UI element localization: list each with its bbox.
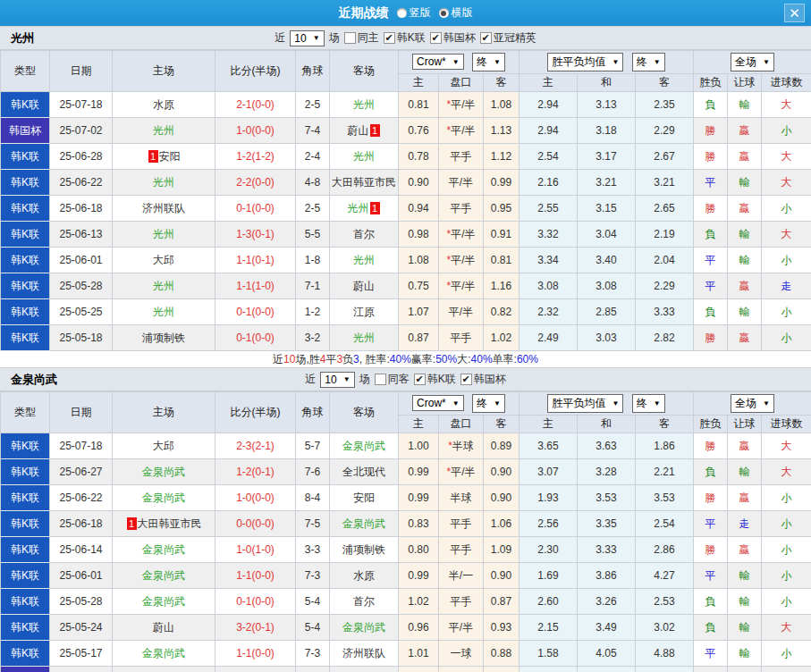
asian-away-odds: 0.95 (484, 196, 520, 222)
result: 負 (694, 222, 728, 248)
euro-draw-odds: 3.03 (578, 325, 636, 351)
handicap-result: 贏 (728, 537, 762, 563)
match-date: 25-06-18 (50, 511, 113, 537)
radio-vertical-label: 竖版 (410, 5, 431, 21)
matches-body: 韩K联25-07-18大邱2-3(2-1)5-7金泉尚武1.00*半球0.893… (1, 433, 811, 672)
star-icon: * (448, 440, 452, 452)
corners: 7-5 (296, 511, 330, 537)
euro-avg-select[interactable]: 胜平负均值▼ (547, 53, 623, 71)
summary-segment: 40% (471, 353, 493, 365)
league-filter[interactable]: ✔韩国杯 (460, 372, 506, 387)
scope-select[interactable]: 全场▼ (731, 394, 774, 413)
euro-home-odds: 2.16 (520, 170, 578, 196)
home-team: 光州 (113, 222, 215, 248)
result: 勝 (694, 537, 728, 563)
odds-source-select[interactable]: Crow*▼ (412, 54, 464, 70)
match-type: 韩K联 (1, 641, 50, 667)
result: 勝 (694, 196, 728, 222)
match-type: 韩K联 (1, 589, 50, 615)
asian-home-odds: 0.76 (399, 118, 439, 144)
euro-away-odds: 2.86 (636, 537, 694, 563)
away-team: 光州 (330, 325, 399, 351)
euro-avg-select[interactable]: 胜平负均值▼ (547, 394, 623, 413)
euro-home-odds: 1.58 (520, 641, 578, 667)
handicap-result: 輸 (728, 563, 762, 589)
asian-home-odds: 0.81 (399, 92, 439, 118)
odds-final-select[interactable]: 终▼ (472, 394, 505, 413)
euro-final-select[interactable]: 终▼ (632, 53, 665, 71)
checkbox-checked-icon[interactable]: ✔ (384, 32, 395, 44)
chevron-down-icon: ▼ (763, 399, 770, 407)
euro-home-odds: 1.93 (520, 485, 578, 511)
score: 0-1(0-0) (215, 196, 296, 222)
euro-odds-group: 胜平负均值▼ 终▼ (520, 51, 694, 74)
layout-horizontal-radio[interactable]: 横版 (439, 5, 473, 21)
checkbox-unchecked-icon[interactable] (344, 32, 356, 44)
goals-result: 大 (762, 170, 811, 196)
match-type: 韩K联 (1, 433, 50, 459)
corners: 7-3 (296, 641, 330, 667)
euro-final-select[interactable]: 终▼ (632, 394, 665, 413)
checkbox-checked-icon[interactable]: ✔ (480, 32, 492, 44)
league-filter[interactable]: ✔韩国杯 (430, 30, 476, 46)
league-filter[interactable]: ✔亚冠精英 (480, 30, 536, 46)
star-icon: * (446, 466, 451, 478)
match-row: 韩K联25-06-281安阳1-2(1-2)2-4光州0.78平手1.122.5… (1, 144, 811, 170)
league-filter[interactable]: ✔韩K联 (384, 30, 426, 46)
euro-home-odds: 2.32 (520, 299, 578, 325)
games-suffix-label: 场 (329, 30, 340, 46)
euro-draw-odds: 3.18 (578, 118, 636, 144)
asian-away-odds: 0.90 (484, 563, 520, 589)
close-button[interactable]: ✕ (784, 4, 805, 22)
match-type: 韩K联 (1, 196, 50, 222)
corners: 3-3 (296, 537, 330, 563)
col-asian-away: 客 (484, 416, 520, 433)
asian-away-odds: 1.09 (484, 537, 520, 563)
match-type: 韩K联 (1, 222, 50, 248)
checkbox-unchecked-icon[interactable] (375, 374, 386, 385)
games-count-select[interactable]: 10▼ (320, 372, 354, 388)
same-venue-filter[interactable]: 同客 (375, 372, 410, 387)
league-filter[interactable]: ✔韩K联 (414, 372, 456, 387)
home-team: 金泉尚武 (113, 485, 215, 511)
radio-unselected-icon[interactable] (397, 8, 407, 18)
col-corners: 角球 (296, 392, 330, 433)
asian-away-odds: 0.88 (484, 641, 520, 667)
home-team: 水原 (113, 92, 215, 118)
col-date: 日期 (50, 392, 113, 433)
col-score: 比分(半场) (215, 51, 296, 92)
odds-source-select[interactable]: Crow*▼ (412, 395, 464, 411)
col-euro-away: 客 (636, 416, 694, 433)
checkbox-checked-icon[interactable]: ✔ (460, 374, 472, 385)
match-type: 韩K联 (1, 144, 50, 170)
score: 1-0(0-0) (215, 118, 296, 144)
col-date: 日期 (50, 51, 113, 92)
away-team: 光州 (330, 248, 399, 273)
euro-away-odds: 3.02 (636, 615, 694, 641)
col-home: 主场 (113, 392, 215, 433)
same-venue-filter[interactable]: 同主 (344, 30, 379, 46)
result: 平 (694, 511, 728, 537)
summary-segment: 近 (273, 352, 283, 367)
match-row: 韩国杯25-07-02光州1-0(0-0)7-4蔚山10.76*平/半1.132… (1, 118, 811, 144)
asian-handicap: 平/半 (439, 170, 484, 196)
asian-home-odds: 1.07 (399, 299, 439, 325)
euro-draw-odds: 3.35 (578, 511, 636, 537)
euro-away-odds: 4.27 (636, 563, 694, 589)
euro-draw-odds: 3.08 (578, 273, 636, 299)
layout-vertical-radio[interactable]: 竖版 (397, 5, 431, 21)
games-count-select[interactable]: 10▼ (290, 30, 324, 46)
col-result: 胜负 (694, 416, 728, 433)
scope-select[interactable]: 全场▼ (731, 53, 774, 71)
summary-segment: 50% (435, 353, 457, 365)
match-row: 韩K联25-06-22金泉尚武1-0(0-0)8-4安阳0.99半球0.901.… (1, 485, 811, 511)
away-team: 金泉尚武 (330, 433, 399, 459)
corners: 4-8 (296, 170, 330, 196)
score: 2-3(2-1) (215, 433, 296, 459)
odds-final-select[interactable]: 终▼ (472, 53, 505, 71)
radio-selected-icon[interactable] (439, 8, 449, 18)
checkbox-checked-icon[interactable]: ✔ (430, 32, 442, 44)
away-team: 金泉尚武1 (330, 667, 399, 672)
result: 勝 (694, 118, 728, 144)
checkbox-checked-icon[interactable]: ✔ (414, 374, 426, 385)
